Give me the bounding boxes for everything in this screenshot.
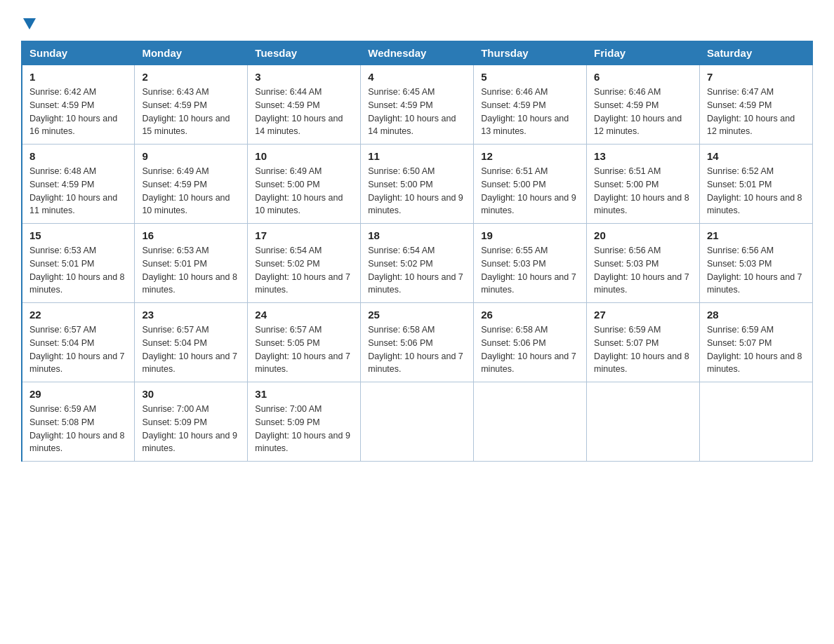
calendar-cell: 15Sunrise: 6:53 AMSunset: 5:01 PMDayligh…: [22, 224, 135, 303]
calendar-cell: 27Sunrise: 6:59 AMSunset: 5:07 PMDayligh…: [587, 303, 700, 382]
day-info: Sunrise: 6:51 AMSunset: 5:00 PMDaylight:…: [481, 165, 579, 217]
day-number: 14: [707, 150, 805, 162]
day-info: Sunrise: 6:51 AMSunset: 5:00 PMDaylight:…: [594, 165, 692, 217]
calendar-cell: 6Sunrise: 6:46 AMSunset: 4:59 PMDaylight…: [587, 65, 700, 145]
day-info: Sunrise: 6:48 AMSunset: 4:59 PMDaylight:…: [29, 165, 127, 217]
calendar-cell: [361, 382, 474, 462]
calendar-cell: 10Sunrise: 6:49 AMSunset: 5:00 PMDayligh…: [248, 145, 361, 224]
day-number: 16: [142, 229, 240, 241]
day-info: Sunrise: 6:55 AMSunset: 5:03 PMDaylight:…: [481, 244, 579, 297]
calendar-cell: 14Sunrise: 6:52 AMSunset: 5:01 PMDayligh…: [700, 145, 813, 224]
day-number: 12: [481, 150, 579, 162]
calendar-cell: 16Sunrise: 6:53 AMSunset: 5:01 PMDayligh…: [135, 224, 248, 303]
header-row: SundayMondayTuesdayWednesdayThursdayFrid…: [22, 41, 813, 65]
calendar-cell: 21Sunrise: 6:56 AMSunset: 5:03 PMDayligh…: [700, 224, 813, 303]
day-number: 20: [594, 229, 692, 241]
day-info: Sunrise: 6:44 AMSunset: 4:59 PMDaylight:…: [255, 86, 353, 138]
calendar-cell: 17Sunrise: 6:54 AMSunset: 5:02 PMDayligh…: [248, 224, 361, 303]
calendar-cell: [587, 382, 700, 462]
calendar-cell: 1Sunrise: 6:42 AMSunset: 4:59 PMDaylight…: [22, 65, 135, 145]
week-row-4: 22Sunrise: 6:57 AMSunset: 5:04 PMDayligh…: [22, 303, 813, 382]
day-number: 7: [707, 71, 805, 83]
header-cell-friday: Friday: [587, 41, 700, 65]
calendar-cell: 23Sunrise: 6:57 AMSunset: 5:04 PMDayligh…: [135, 303, 248, 382]
day-info: Sunrise: 6:50 AMSunset: 5:00 PMDaylight:…: [368, 165, 466, 217]
day-number: 19: [481, 229, 579, 241]
calendar-cell: 11Sunrise: 6:50 AMSunset: 5:00 PMDayligh…: [361, 145, 474, 224]
day-info: Sunrise: 6:52 AMSunset: 5:01 PMDaylight:…: [707, 165, 805, 217]
calendar-cell: 9Sunrise: 6:49 AMSunset: 4:59 PMDaylight…: [135, 145, 248, 224]
day-info: Sunrise: 6:54 AMSunset: 5:02 PMDaylight:…: [368, 244, 466, 297]
day-number: 8: [29, 150, 127, 162]
calendar-cell: 20Sunrise: 6:56 AMSunset: 5:03 PMDayligh…: [587, 224, 700, 303]
day-info: Sunrise: 6:59 AMSunset: 5:07 PMDaylight:…: [707, 323, 805, 376]
day-number: 22: [29, 309, 127, 321]
day-number: 31: [255, 388, 353, 400]
day-info: Sunrise: 6:46 AMSunset: 4:59 PMDaylight:…: [594, 86, 692, 138]
header-cell-sunday: Sunday: [22, 41, 135, 65]
day-number: 6: [594, 71, 692, 83]
day-number: 25: [368, 309, 466, 321]
day-number: 15: [29, 229, 127, 241]
day-info: Sunrise: 6:53 AMSunset: 5:01 PMDaylight:…: [29, 244, 127, 297]
calendar-cell: 22Sunrise: 6:57 AMSunset: 5:04 PMDayligh…: [22, 303, 135, 382]
logo: [21, 14, 36, 27]
calendar-cell: 4Sunrise: 6:45 AMSunset: 4:59 PMDaylight…: [361, 65, 474, 145]
day-number: 26: [481, 309, 579, 321]
day-info: Sunrise: 6:58 AMSunset: 5:06 PMDaylight:…: [368, 323, 466, 376]
calendar-cell: 12Sunrise: 6:51 AMSunset: 5:00 PMDayligh…: [474, 145, 587, 224]
calendar-cell: [700, 382, 813, 462]
day-info: Sunrise: 6:57 AMSunset: 5:04 PMDaylight:…: [142, 323, 240, 376]
day-number: 28: [707, 309, 805, 321]
day-info: Sunrise: 7:00 AMSunset: 5:09 PMDaylight:…: [142, 403, 240, 455]
day-info: Sunrise: 6:53 AMSunset: 5:01 PMDaylight:…: [142, 244, 240, 297]
calendar-cell: 29Sunrise: 6:59 AMSunset: 5:08 PMDayligh…: [22, 382, 135, 462]
day-number: 3: [255, 71, 353, 83]
day-number: 5: [481, 71, 579, 83]
calendar-table: SundayMondayTuesdayWednesdayThursdayFrid…: [21, 41, 813, 462]
logo-triangle-icon: [23, 18, 36, 29]
calendar-cell: 18Sunrise: 6:54 AMSunset: 5:02 PMDayligh…: [361, 224, 474, 303]
page-header: [21, 14, 813, 27]
day-number: 21: [707, 229, 805, 241]
day-number: 17: [255, 229, 353, 241]
day-number: 9: [142, 150, 240, 162]
day-info: Sunrise: 6:57 AMSunset: 5:04 PMDaylight:…: [29, 323, 127, 376]
calendar-cell: 25Sunrise: 6:58 AMSunset: 5:06 PMDayligh…: [361, 303, 474, 382]
header-cell-saturday: Saturday: [700, 41, 813, 65]
calendar-cell: 19Sunrise: 6:55 AMSunset: 5:03 PMDayligh…: [474, 224, 587, 303]
calendar-cell: 13Sunrise: 6:51 AMSunset: 5:00 PMDayligh…: [587, 145, 700, 224]
header-cell-tuesday: Tuesday: [248, 41, 361, 65]
calendar-body: 1Sunrise: 6:42 AMSunset: 4:59 PMDaylight…: [22, 65, 813, 462]
calendar-cell: 5Sunrise: 6:46 AMSunset: 4:59 PMDaylight…: [474, 65, 587, 145]
day-info: Sunrise: 6:59 AMSunset: 5:08 PMDaylight:…: [29, 403, 127, 455]
day-number: 10: [255, 150, 353, 162]
day-info: Sunrise: 6:56 AMSunset: 5:03 PMDaylight:…: [707, 244, 805, 297]
calendar-header: SundayMondayTuesdayWednesdayThursdayFrid…: [22, 41, 813, 65]
header-cell-monday: Monday: [135, 41, 248, 65]
header-cell-wednesday: Wednesday: [361, 41, 474, 65]
day-number: 23: [142, 309, 240, 321]
day-number: 29: [29, 388, 127, 400]
calendar-cell: 8Sunrise: 6:48 AMSunset: 4:59 PMDaylight…: [22, 145, 135, 224]
day-number: 18: [368, 229, 466, 241]
day-info: Sunrise: 6:45 AMSunset: 4:59 PMDaylight:…: [368, 86, 466, 138]
week-row-1: 1Sunrise: 6:42 AMSunset: 4:59 PMDaylight…: [22, 65, 813, 145]
calendar-cell: 7Sunrise: 6:47 AMSunset: 4:59 PMDaylight…: [700, 65, 813, 145]
calendar-cell: 28Sunrise: 6:59 AMSunset: 5:07 PMDayligh…: [700, 303, 813, 382]
day-number: 2: [142, 71, 240, 83]
week-row-3: 15Sunrise: 6:53 AMSunset: 5:01 PMDayligh…: [22, 224, 813, 303]
calendar-cell: 26Sunrise: 6:58 AMSunset: 5:06 PMDayligh…: [474, 303, 587, 382]
day-info: Sunrise: 6:43 AMSunset: 4:59 PMDaylight:…: [142, 86, 240, 138]
day-info: Sunrise: 7:00 AMSunset: 5:09 PMDaylight:…: [255, 403, 353, 455]
day-info: Sunrise: 6:46 AMSunset: 4:59 PMDaylight:…: [481, 86, 579, 138]
day-number: 13: [594, 150, 692, 162]
calendar-cell: [474, 382, 587, 462]
calendar-cell: 30Sunrise: 7:00 AMSunset: 5:09 PMDayligh…: [135, 382, 248, 462]
week-row-5: 29Sunrise: 6:59 AMSunset: 5:08 PMDayligh…: [22, 382, 813, 462]
day-number: 27: [594, 309, 692, 321]
day-info: Sunrise: 6:56 AMSunset: 5:03 PMDaylight:…: [594, 244, 692, 297]
day-info: Sunrise: 6:54 AMSunset: 5:02 PMDaylight:…: [255, 244, 353, 297]
day-number: 4: [368, 71, 466, 83]
day-info: Sunrise: 6:42 AMSunset: 4:59 PMDaylight:…: [29, 86, 127, 138]
